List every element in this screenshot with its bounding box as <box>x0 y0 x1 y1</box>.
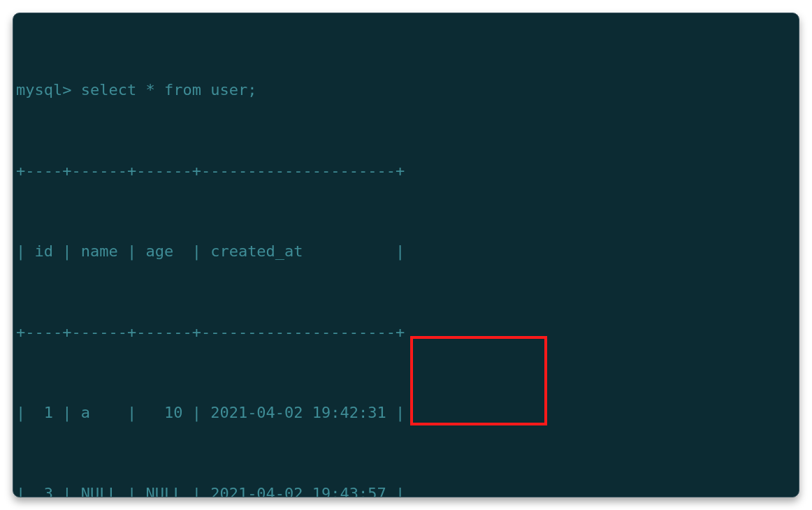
terminal-line: | 1 | a | 10 | 2021-04-02 19:42:31 | <box>16 400 796 427</box>
terminal-line: +----+------+------+--------------------… <box>16 158 796 185</box>
terminal-line: | id | name | age | created_at | <box>16 238 796 265</box>
terminal-line: | 3 | NULL | NULL | 2021-04-02 19:43:57 … <box>16 481 796 498</box>
terminal-line: mysql> select * from user; <box>16 77 796 104</box>
terminal-window: mysql> select * from user; +----+------+… <box>13 13 799 497</box>
terminal-line: +----+------+------+--------------------… <box>16 319 796 347</box>
